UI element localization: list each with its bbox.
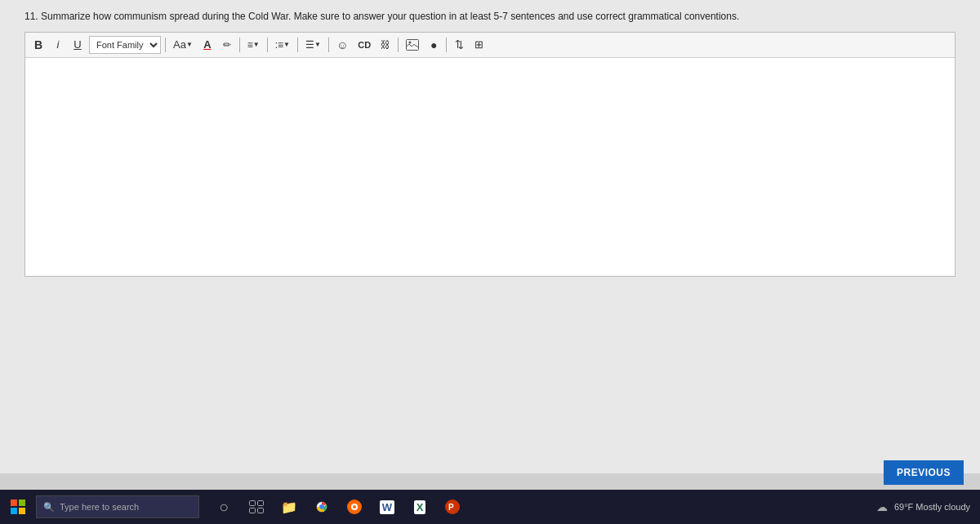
bold-button[interactable]: B xyxy=(30,36,47,54)
toolbar-divider-7 xyxy=(446,38,447,52)
toolbar-divider-6 xyxy=(398,38,399,52)
excel-button[interactable]: X xyxy=(405,492,434,522)
emoji-button[interactable]: ☺ xyxy=(333,36,351,54)
question-text: 11. Summarize how communism spread durin… xyxy=(24,10,956,24)
taskbar-right: ☁ 69°F Mostly cloudy xyxy=(876,500,977,513)
media-button[interactable]: ● xyxy=(425,36,442,54)
word-button[interactable]: W xyxy=(372,492,402,522)
file-explorer-button[interactable]: 📁 xyxy=(274,492,304,522)
list-ordered-button[interactable]: :≡▼ xyxy=(272,36,293,54)
taskbar-center: ○ 📁 xyxy=(209,492,467,522)
search-placeholder: Type here to search xyxy=(60,502,139,512)
media-button-taskbar[interactable] xyxy=(340,492,369,522)
editor-toolbar: B i U Font Family Aa▼ A ✏ ≡▼ :≡▼ xyxy=(25,33,955,58)
powerpoint-button[interactable]: P xyxy=(438,492,467,522)
chrome-button[interactable] xyxy=(307,492,336,522)
svg-rect-7 xyxy=(258,501,264,506)
toolbar-divider-4 xyxy=(297,38,298,52)
svg-rect-6 xyxy=(250,501,256,506)
main-content: 11. Summarize how communism spread durin… xyxy=(0,0,980,473)
sort-button[interactable]: ⇅ xyxy=(451,36,467,54)
svg-rect-5 xyxy=(19,508,25,514)
svg-rect-4 xyxy=(11,508,17,514)
cd-button[interactable]: CD xyxy=(354,36,374,54)
weather-icon: ☁ xyxy=(876,500,888,513)
toolbar-divider-5 xyxy=(328,38,329,52)
task-view-button[interactable] xyxy=(242,492,271,522)
underline-button[interactable]: U xyxy=(69,36,86,54)
link-button[interactable]: ⛓ xyxy=(377,36,394,54)
search-icon: 🔍 xyxy=(43,502,55,513)
taskbar: 🔍 Type here to search ○ 📁 xyxy=(0,490,980,524)
svg-point-15 xyxy=(353,505,356,508)
font-family-dropdown[interactable]: Font Family xyxy=(89,36,161,54)
start-button[interactable] xyxy=(3,492,33,522)
table-button[interactable]: ⊞ xyxy=(470,36,487,54)
svg-rect-3 xyxy=(19,500,25,506)
editor-container: B i U Font Family Aa▼ A ✏ ≡▼ :≡▼ xyxy=(24,32,956,277)
editor-body[interactable] xyxy=(25,58,955,276)
cortana-button[interactable]: ○ xyxy=(209,492,238,522)
font-size-button[interactable]: Aa▼ xyxy=(170,36,196,54)
taskbar-search-box[interactable]: 🔍 Type here to search xyxy=(36,495,199,518)
list-unordered-button[interactable]: ☰▼ xyxy=(302,36,324,54)
svg-text:P: P xyxy=(448,503,454,512)
toolbar-divider-3 xyxy=(267,38,268,52)
image-button[interactable] xyxy=(403,36,422,54)
align-button[interactable]: ≡▼ xyxy=(244,36,263,54)
svg-rect-2 xyxy=(11,500,17,506)
italic-button[interactable]: i xyxy=(50,36,66,54)
font-color-button[interactable]: A xyxy=(199,36,216,54)
svg-rect-8 xyxy=(250,508,256,513)
svg-rect-9 xyxy=(258,508,264,513)
weather-text: 69°F Mostly cloudy xyxy=(894,502,970,512)
svg-point-1 xyxy=(409,41,412,43)
highlight-button[interactable]: ✏ xyxy=(219,36,235,54)
previous-button[interactable]: PREVIOUS xyxy=(884,460,964,485)
toolbar-divider-2 xyxy=(239,38,240,52)
svg-point-12 xyxy=(320,505,324,509)
toolbar-divider-1 xyxy=(165,38,166,52)
